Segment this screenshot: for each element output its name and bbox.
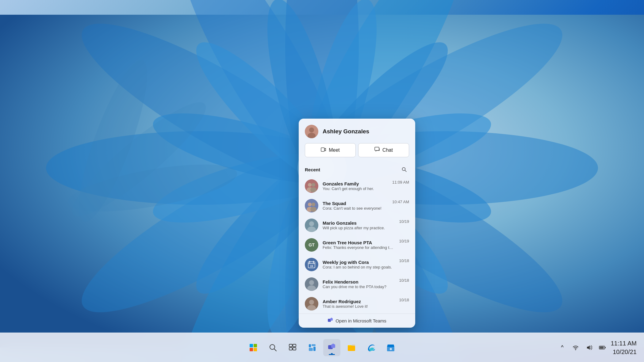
chat-item-amber-rodriguez[interactable]: Amber Rodriguez That is awesome! Love it…: [299, 294, 415, 314]
chat-time-gonzales-family: 11:09 AM: [392, 179, 409, 185]
svg-rect-34: [375, 147, 379, 151]
user-display-name: Ashley Gonzales: [323, 128, 369, 135]
svg-text:15: 15: [310, 265, 313, 268]
svg-rect-67: [254, 348, 257, 351]
search-recent-button[interactable]: [399, 165, 409, 174]
svg-rect-81: [348, 346, 355, 351]
meet-label: Meet: [329, 147, 340, 153]
file-explorer-button[interactable]: [343, 339, 360, 356]
chat-time-felix-henderson: 10/18: [399, 277, 409, 283]
chat-avatar-gonzales-family: [305, 179, 318, 193]
chat-item-green-tree[interactable]: GT Green Tree House PTA Felix: Thanks ev…: [299, 235, 415, 255]
recent-title: Recent: [305, 167, 320, 172]
svg-rect-76: [309, 348, 313, 351]
svg-rect-72: [289, 348, 292, 350]
chat-popup: Ashley Gonzales Meet: [299, 119, 415, 328]
popup-actions: Meet Chat: [299, 143, 415, 162]
chat-item-felix-henderson[interactable]: Felix Henderson Can you drive me to the …: [299, 274, 415, 294]
svg-point-31: [309, 128, 314, 132]
desktop: Ashley Gonzales Meet: [0, 0, 644, 362]
chat-content-mario-gonzales: Mario Gonzales Will pick up pizza after …: [323, 220, 395, 230]
svg-rect-75: [312, 344, 316, 346]
task-view-button[interactable]: [284, 339, 301, 356]
chat-label: Chat: [382, 147, 393, 153]
volume-icon[interactable]: [584, 342, 595, 353]
taskbar: ⊕ ^: [0, 333, 644, 362]
chat-avatar-amber-rodriguez: [305, 297, 318, 311]
chat-button[interactable]: Chat: [358, 143, 409, 157]
chat-content-the-squad: The Squad Cora: Can't wait to see everyo…: [323, 201, 388, 211]
chat-item-mario-gonzales[interactable]: Mario Gonzales Will pick up pizza after …: [299, 215, 415, 235]
user-avatar: [305, 125, 318, 138]
chat-preview-amber-rodriguez: That is awesome! Love it!: [323, 304, 395, 309]
store-button[interactable]: ⊕: [382, 339, 399, 356]
meet-icon: [321, 147, 326, 154]
svg-rect-74: [309, 344, 311, 347]
chat-preview-felix-henderson: Can you drive me to the PTA today?: [323, 284, 395, 289]
teams-icon: [328, 318, 333, 324]
chat-content-felix-henderson: Felix Henderson Can you drive me to the …: [323, 279, 395, 289]
svg-point-48: [309, 221, 314, 226]
taskbar-center: ⊕: [245, 339, 399, 356]
chat-preview-weekly-jog: Cora: I am so behind on my step goals.: [323, 265, 395, 269]
svg-point-80: [332, 344, 334, 346]
chat-avatar-green-tree: GT: [305, 238, 318, 252]
edge-browser-button[interactable]: [362, 339, 380, 356]
meet-button[interactable]: Meet: [305, 143, 356, 157]
svg-point-59: [309, 300, 314, 305]
chat-name-felix-henderson: Felix Henderson: [323, 279, 395, 284]
svg-rect-82: [348, 345, 351, 346]
svg-rect-87: [605, 347, 606, 348]
chat-avatar-mario-gonzales: [305, 219, 318, 232]
taskbar-right: ^: [557, 339, 637, 356]
svg-point-56: [309, 280, 314, 285]
svg-point-85: [575, 349, 576, 350]
chat-item-gonzales-family[interactable]: Gonzales Family You: Can't get enough of…: [299, 176, 415, 196]
time-display: 11:11 AM: [611, 339, 637, 348]
start-button[interactable]: [245, 339, 262, 356]
svg-point-43: [308, 203, 312, 206]
taskbar-time-display[interactable]: 11:11 AM 10/20/21: [611, 339, 637, 356]
chat-name-amber-rodriguez: Amber Rodriguez: [323, 299, 395, 304]
chat-content-amber-rodriguez: Amber Rodriguez That is awesome! Love it…: [323, 299, 395, 309]
svg-point-63: [331, 318, 332, 319]
svg-line-36: [405, 170, 407, 172]
svg-rect-70: [289, 344, 292, 347]
teams-chat-taskbar-button[interactable]: [323, 339, 340, 356]
svg-rect-77: [313, 347, 316, 351]
chat-time-the-squad: 10:47 AM: [392, 199, 409, 204]
widgets-button[interactable]: [304, 339, 321, 356]
svg-point-40: [312, 183, 315, 187]
chat-name-the-squad: The Squad: [323, 201, 388, 206]
chat-content-green-tree: Green Tree House PTA Felix: Thanks every…: [323, 240, 395, 250]
svg-point-45: [312, 203, 315, 206]
svg-line-69: [274, 349, 276, 351]
chat-time-weekly-jog: 10/18: [399, 258, 409, 263]
chat-avatar-felix-henderson: [305, 277, 318, 291]
system-tray-chevron[interactable]: ^: [557, 342, 568, 353]
search-taskbar-button[interactable]: [264, 339, 282, 356]
chat-preview-the-squad: Cora: Can't wait to see everyone!: [323, 206, 388, 211]
svg-rect-71: [293, 344, 296, 347]
open-teams-label: Open in Microsoft Teams: [335, 318, 386, 323]
chat-list: Gonzales Family You: Can't get enough of…: [299, 176, 415, 314]
chat-item-weekly-jog[interactable]: 15 Weekly jog with Cora Cora: I am so be…: [299, 255, 415, 274]
chat-preview-green-tree: Felix: Thanks everyone for attending tod…: [323, 245, 395, 250]
chat-time-green-tree: 10/19: [399, 238, 409, 243]
chat-name-mario-gonzales: Mario Gonzales: [323, 220, 395, 226]
chat-content-weekly-jog: Weekly jog with Cora Cora: I am so behin…: [323, 260, 395, 269]
svg-rect-65: [254, 344, 257, 347]
popup-header: Ashley Gonzales: [299, 119, 415, 143]
chat-avatar-weekly-jog: 15: [305, 258, 318, 271]
chat-item-the-squad[interactable]: The Squad Cora: Can't wait to see everyo…: [299, 196, 415, 215]
wifi-icon[interactable]: [570, 342, 581, 353]
svg-rect-88: [600, 346, 604, 349]
chat-name-gonzales-family: Gonzales Family: [323, 181, 388, 186]
chat-name-weekly-jog: Weekly jog with Cora: [323, 260, 395, 265]
chat-icon: [374, 147, 380, 154]
open-teams-footer[interactable]: Open in Microsoft Teams: [299, 314, 415, 328]
svg-rect-33: [321, 148, 324, 151]
chat-content-gonzales-family: Gonzales Family You: Can't get enough of…: [323, 181, 388, 191]
battery-icon[interactable]: [597, 342, 608, 353]
chat-preview-gonzales-family: You: Can't get enough of her.: [323, 186, 388, 191]
